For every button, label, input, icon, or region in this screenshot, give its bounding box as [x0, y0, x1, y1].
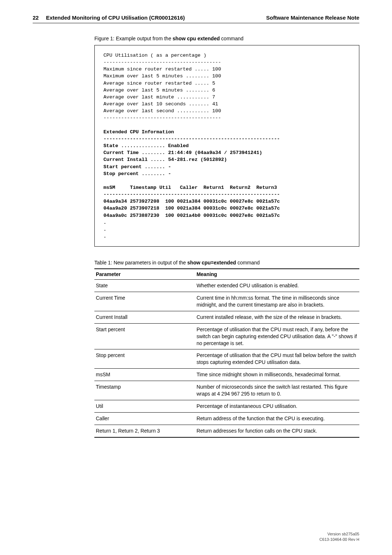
content-body: Figure 1: Example output from the show c… [94, 36, 359, 438]
param-cell: Current Install [94, 311, 195, 323]
footer-version: Version sb275a05 [319, 531, 359, 536]
code-plain-section: CPU Utilisation ( as a percentage ) ----… [103, 53, 221, 121]
table-header-parameter: Parameter [94, 269, 195, 280]
page-container: 22 Extended Monitoring of CPU Utilisatio… [0, 0, 392, 452]
param-cell: Caller [94, 412, 195, 425]
page-footer: Version sb275a05 C613-10464-00 Rev H [319, 531, 359, 542]
table-row: Stop percentPercentage of utilisation th… [94, 349, 359, 369]
param-cell: Timestamp [94, 381, 195, 400]
meaning-cell: Return address of the function that the … [195, 412, 359, 425]
page-header: 22 Extended Monitoring of CPU Utilisatio… [33, 15, 359, 23]
header-title-right: Software Maintenance Release Note [266, 15, 359, 21]
meaning-cell: Percentage of utilisation that the CPU m… [195, 323, 359, 349]
header-title-left: Extended Monitoring of CPU Utilisation (… [46, 15, 185, 21]
meaning-cell: Percentage of utilisation that the CPU m… [195, 349, 359, 369]
table-row: Current InstallCurrent installed release… [94, 311, 359, 323]
table-row: Current TimeCurrent time in hh:mm:ss for… [94, 292, 359, 311]
table-caption-suffix: command [236, 260, 260, 266]
param-cell: msSM [94, 369, 195, 381]
table-header-row: Parameter Meaning [94, 269, 359, 280]
table-header-meaning: Meaning [195, 269, 359, 280]
parameters-table: Parameter Meaning StateWhether extended … [94, 268, 359, 437]
table-row: StateWhether extended CPU utilisation is… [94, 280, 359, 292]
footer-docid: C613-10464-00 Rev H [319, 537, 359, 542]
meaning-cell: Percentage of instantaneous CPU utilisat… [195, 400, 359, 412]
meaning-cell: Current installed release, with the size… [195, 311, 359, 323]
meaning-cell: Number of microseconds since the switch … [195, 381, 359, 400]
table-row: Start percentPercentage of utilisation t… [94, 323, 359, 349]
table-caption-prefix: Table 1: New parameters in output of the [94, 260, 187, 266]
figure-caption: Figure 1: Example output from the show c… [94, 36, 359, 41]
param-cell: Current Time [94, 292, 195, 311]
table-row: UtilPercentage of instantaneous CPU util… [94, 400, 359, 412]
param-cell: State [94, 280, 195, 292]
meaning-cell: Time since midnight shown in millisecond… [195, 369, 359, 381]
meaning-cell: Whether extended CPU utilisation is enab… [195, 280, 359, 292]
table-row: msSMTime since midnight shown in millise… [94, 369, 359, 381]
code-output-box: CPU Utilisation ( as a percentage ) ----… [94, 45, 359, 247]
table-caption: Table 1: New parameters in output of the… [94, 260, 359, 266]
table-body: StateWhether extended CPU utilisation is… [94, 280, 359, 437]
figure-caption-suffix: command [220, 36, 243, 41]
table-row: CallerReturn address of the function tha… [94, 412, 359, 425]
header-left: 22 Extended Monitoring of CPU Utilisatio… [33, 15, 185, 21]
code-bold-section: Extended CPU Information ---------------… [103, 129, 280, 239]
table-caption-bold: show cpu=extended [187, 260, 236, 266]
param-cell: Stop percent [94, 349, 195, 369]
page-number: 22 [33, 15, 39, 21]
param-cell: Return 1, Return 2, Return 3 [94, 425, 195, 437]
meaning-cell: Current time in hh:mm:ss format. The tim… [195, 292, 359, 311]
table-row: Return 1, Return 2, Return 3Return addre… [94, 425, 359, 437]
figure-caption-prefix: Figure 1: Example output from the [94, 36, 173, 41]
meaning-cell: Return addresses for function calls on t… [195, 425, 359, 437]
param-cell: Util [94, 400, 195, 412]
table-row: TimestampNumber of microseconds since th… [94, 381, 359, 400]
figure-caption-bold: show cpu extended [173, 36, 220, 41]
param-cell: Start percent [94, 323, 195, 349]
